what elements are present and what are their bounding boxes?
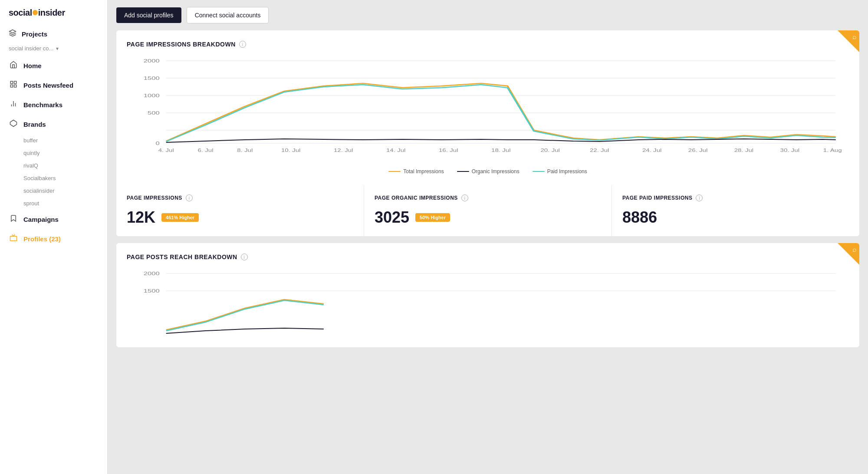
brands-label: Brands <box>23 121 46 128</box>
impressions-chart-section: PAGE IMPRESSIONS BREAKDOWN i 2000 <box>116 30 859 185</box>
bookmark-icon <box>9 214 18 224</box>
legend-organic-impressions: Organic Impressions <box>457 168 519 174</box>
content-area: ⌕ PAGE IMPRESSIONS BREAKDOWN i <box>108 30 868 474</box>
sidebar-item-benchmarks[interactable]: Benchmarks <box>0 95 107 115</box>
legend-paid-label: Paid Impressions <box>547 168 587 174</box>
impressions-info-icon[interactable]: i <box>239 41 246 48</box>
svg-text:1. Aug: 1. Aug <box>823 148 842 153</box>
sidebar-item-home[interactable]: Home <box>0 56 107 76</box>
brand-item-socialbakers[interactable]: Socialbakers <box>23 172 107 184</box>
stat-organic-badge: 50% Higher <box>415 213 450 222</box>
logo-text-before: social <box>9 8 32 17</box>
stat-paid-info-icon[interactable]: i <box>696 194 703 201</box>
reach-chart-title: PAGE POSTS REACH BREAKDOWN <box>127 253 237 260</box>
stat-organic-number: 3025 <box>375 208 409 227</box>
posts-newsfeed-label: Posts Newsfeed <box>23 82 73 89</box>
stat-impressions-number: 12K <box>127 208 155 227</box>
impressions-chart-title: PAGE IMPRESSIONS BREAKDOWN <box>127 41 236 48</box>
reach-search-icon: ⌕ <box>852 246 857 253</box>
svg-text:16. Jul: 16. Jul <box>439 148 458 153</box>
stat-page-impressions: PAGE IMPRESSIONS i 12K 461% Higher <box>116 185 364 236</box>
stats-row: PAGE IMPRESSIONS i 12K 461% Higher PAGE … <box>116 185 859 236</box>
home-icon <box>9 61 18 71</box>
stat-paid-label: PAGE PAID IMPRESSIONS <box>622 195 692 201</box>
svg-rect-3 <box>14 85 16 87</box>
stat-organic-label-row: PAGE ORGANIC IMPRESSIONS i <box>375 194 601 201</box>
sidebar-item-profiles[interactable]: Profiles (23) <box>0 229 107 249</box>
topbar: Add social profiles Connect social accou… <box>108 0 868 30</box>
svg-text:2000: 2000 <box>144 271 160 276</box>
legend-total-label: Total Impressions <box>403 168 444 174</box>
svg-marker-0 <box>10 30 16 33</box>
legend-total-line <box>388 171 401 172</box>
logo-dot <box>33 10 38 15</box>
svg-text:28. Jul: 28. Jul <box>734 148 754 153</box>
brand-item-sprout[interactable]: sprout <box>23 197 107 210</box>
grid-icon <box>9 80 18 90</box>
logo: socialinsider <box>0 0 107 25</box>
svg-text:26. Jul: 26. Jul <box>688 148 708 153</box>
legend-organic-label: Organic Impressions <box>472 168 519 174</box>
sidebar-item-brands[interactable]: Brands <box>0 115 107 134</box>
brand-list: buffer quintly rivalQ Socialbakers socia… <box>0 134 107 210</box>
stat-impressions-info-icon[interactable]: i <box>186 194 193 201</box>
svg-text:0: 0 <box>155 141 159 146</box>
svg-text:8. Jul: 8. Jul <box>237 148 253 153</box>
home-label: Home <box>23 62 42 69</box>
search-icon: ⌕ <box>852 33 857 41</box>
reach-title-row: PAGE POSTS REACH BREAKDOWN i <box>127 253 849 260</box>
impressions-chart-container: 2000 1500 1000 500 0 4. Jul 6. Ju <box>127 56 849 162</box>
profiles-label: Profiles (23) <box>23 235 61 243</box>
legend-paid-impressions: Paid Impressions <box>533 168 587 174</box>
svg-marker-8 <box>10 120 17 127</box>
svg-text:4. Jul: 4. Jul <box>158 148 174 153</box>
svg-rect-1 <box>10 81 13 83</box>
projects-section[interactable]: Projects <box>0 25 107 43</box>
svg-text:10. Jul: 10. Jul <box>281 148 301 153</box>
svg-text:1500: 1500 <box>144 76 160 81</box>
svg-text:22. Jul: 22. Jul <box>590 148 609 153</box>
legend-paid-line <box>533 171 545 172</box>
svg-text:1000: 1000 <box>144 93 160 98</box>
stat-organic-info-icon[interactable]: i <box>461 194 468 201</box>
reach-svg-chart: 2000 1500 <box>127 269 849 339</box>
svg-text:24. Jul: 24. Jul <box>642 148 662 153</box>
stat-paid-number: 8886 <box>622 208 657 227</box>
project-selector[interactable]: social insider co... ▾ <box>0 43 107 56</box>
diamond-icon <box>9 119 18 129</box>
chevron-down-icon: ▾ <box>56 46 59 52</box>
stat-organic-label: PAGE ORGANIC IMPRESSIONS <box>375 195 458 201</box>
reach-chart-container: 2000 1500 <box>127 269 849 340</box>
reach-info-icon[interactable]: i <box>241 253 248 260</box>
stat-organic-impressions: PAGE ORGANIC IMPRESSIONS i 3025 50% High… <box>364 185 612 236</box>
impressions-title-row: PAGE IMPRESSIONS BREAKDOWN i <box>127 41 849 48</box>
project-name: social insider co... <box>9 45 53 52</box>
main-content: Add social profiles Connect social accou… <box>108 0 868 474</box>
stat-paid-label-row: PAGE PAID IMPRESSIONS i <box>622 194 849 201</box>
svg-text:2000: 2000 <box>144 58 160 63</box>
svg-text:12. Jul: 12. Jul <box>334 148 353 153</box>
svg-text:1500: 1500 <box>144 288 160 293</box>
legend-total-impressions: Total Impressions <box>388 168 444 174</box>
reach-breakdown-card: ⌕ PAGE POSTS REACH BREAKDOWN i 2000 1500 <box>116 243 859 347</box>
campaigns-label: Campaigns <box>23 216 59 223</box>
svg-text:6. Jul: 6. Jul <box>197 148 213 153</box>
add-profiles-button[interactable]: Add social profiles <box>116 7 181 23</box>
projects-label: Projects <box>22 30 47 38</box>
legend-organic-line <box>457 171 469 172</box>
connect-accounts-button[interactable]: Connect social accounts <box>187 7 269 23</box>
svg-rect-9 <box>10 236 17 241</box>
brand-item-rivalq[interactable]: rivalQ <box>23 159 107 172</box>
sidebar-item-posts-newsfeed[interactable]: Posts Newsfeed <box>0 76 107 95</box>
stat-impressions-badge: 461% Higher <box>161 213 199 222</box>
brand-item-socialinsider[interactable]: socialinsider <box>23 184 107 197</box>
stat-impressions-label-row: PAGE IMPRESSIONS i <box>127 194 353 201</box>
svg-text:30. Jul: 30. Jul <box>780 148 800 153</box>
brand-item-quintly[interactable]: quintly <box>23 147 107 159</box>
impressions-breakdown-card: ⌕ PAGE IMPRESSIONS BREAKDOWN i <box>116 30 859 236</box>
svg-text:14. Jul: 14. Jul <box>386 148 406 153</box>
bar-chart-icon <box>9 100 18 110</box>
sidebar-item-campaigns[interactable]: Campaigns <box>0 210 107 229</box>
brand-item-buffer[interactable]: buffer <box>23 134 107 147</box>
svg-text:20. Jul: 20. Jul <box>540 148 560 153</box>
